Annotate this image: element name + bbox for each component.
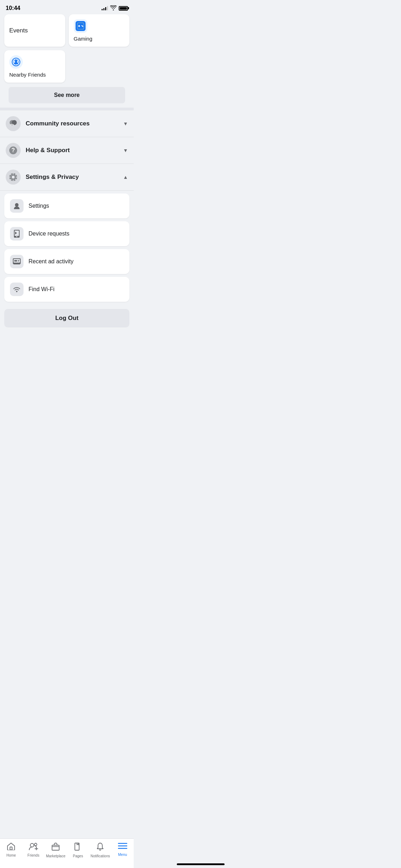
- settings-privacy-label: Settings & Privacy: [26, 174, 123, 181]
- svg-point-18: [16, 236, 17, 237]
- logout-area: Log Out: [0, 305, 134, 335]
- signal-icon: [102, 6, 108, 10]
- settings-chevron-up-icon: ▲: [123, 174, 128, 180]
- community-icon: [6, 116, 21, 131]
- recent-ad-activity-item[interactable]: Recent ad activity: [4, 249, 129, 274]
- recent-ad-activity-label: Recent ad activity: [29, 258, 73, 265]
- status-bar: 10:44: [0, 0, 134, 14]
- log-out-button[interactable]: Log Out: [4, 309, 129, 327]
- svg-point-8: [15, 60, 17, 62]
- find-wifi-label: Find Wi-Fi: [29, 286, 55, 293]
- battery-icon: [119, 6, 128, 11]
- device-requests-icon: [10, 227, 24, 241]
- find-wifi-item[interactable]: Find Wi-Fi: [4, 277, 129, 302]
- device-requests-label: Device requests: [29, 231, 70, 237]
- see-more-button[interactable]: See more: [9, 87, 125, 103]
- recent-ad-icon: [10, 255, 24, 268]
- nearby-friends-label: Nearby Friends: [9, 72, 60, 78]
- help-support-row[interactable]: ? Help & Support ▼: [0, 137, 134, 164]
- settings-person-icon: [10, 199, 24, 213]
- svg-point-25: [16, 291, 17, 292]
- wifi-icon: [110, 5, 117, 11]
- svg-point-14: [12, 176, 15, 179]
- settings-label: Settings: [29, 203, 49, 209]
- status-icons: [102, 5, 128, 11]
- section-divider: [0, 108, 134, 110]
- svg-point-15: [15, 203, 19, 207]
- device-requests-item[interactable]: Device requests: [4, 221, 129, 246]
- shortcut-grid: Events Gaming Nearby Frie: [0, 14, 134, 87]
- community-resources-label: Community resources: [26, 120, 123, 127]
- community-chevron-down-icon: ▼: [123, 121, 128, 126]
- nearby-friends-icon: [9, 55, 23, 69]
- help-support-label: Help & Support: [26, 147, 123, 154]
- gaming-shortcut[interactable]: Gaming: [69, 14, 130, 47]
- events-label: Events: [9, 27, 28, 34]
- see-more-container: See more: [0, 87, 134, 103]
- help-icon: ?: [6, 143, 21, 158]
- help-chevron-down-icon: ▼: [123, 148, 128, 153]
- settings-privacy-row[interactable]: Settings & Privacy ▲: [0, 164, 134, 191]
- svg-rect-17: [15, 231, 19, 236]
- svg-point-4: [82, 26, 83, 27]
- find-wifi-icon: [10, 283, 24, 296]
- gaming-label: Gaming: [74, 36, 125, 42]
- svg-rect-22: [14, 260, 17, 262]
- nearby-friends-shortcut[interactable]: Nearby Friends: [4, 50, 65, 83]
- community-resources-row[interactable]: Community resources ▼: [0, 110, 134, 137]
- settings-icon: [6, 170, 21, 185]
- events-shortcut[interactable]: Events: [4, 14, 65, 47]
- gaming-icon: [74, 19, 87, 33]
- settings-item[interactable]: Settings: [4, 193, 129, 218]
- settings-expanded-section: Settings Device requests Recent ad: [0, 191, 134, 305]
- status-time: 10:44: [6, 5, 20, 11]
- svg-text:?: ?: [11, 147, 15, 153]
